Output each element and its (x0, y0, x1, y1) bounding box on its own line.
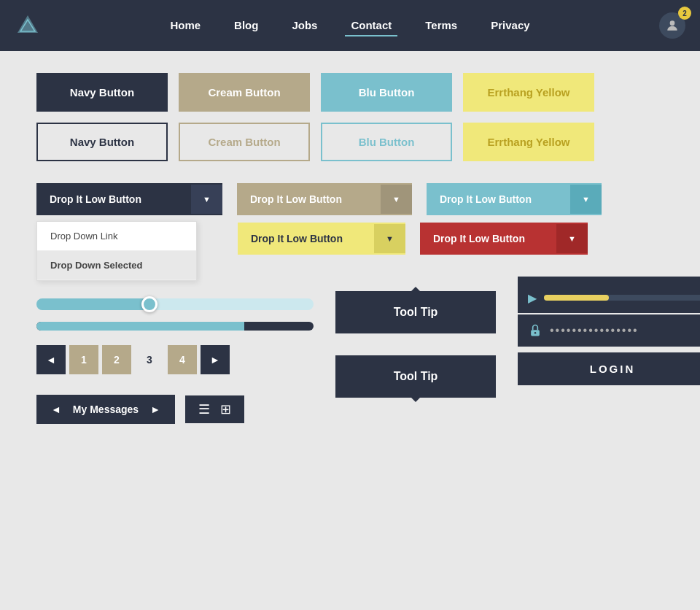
message-bar: ◄ My Messages ► (36, 395, 175, 424)
tooltip-bottom: Tool Tip (335, 355, 496, 398)
dropdown-navy-wrap: Drop It Low Button Drop Down Link Drop D… (36, 183, 222, 215)
page-prev[interactable]: ◄ (36, 345, 66, 374)
lock-icon (528, 323, 542, 338)
dropdown-red-label: Drop It Low Button (420, 223, 556, 255)
password-input[interactable] (550, 324, 697, 337)
dropdown-blue-label: Drop It Low Button (427, 183, 570, 215)
dropdown-red-arrow[interactable] (556, 224, 588, 253)
msg-next[interactable]: ► (146, 402, 165, 417)
dropdown-yellow-label: Drop It Low Button (238, 223, 374, 255)
nav-privacy[interactable]: Privacy (485, 15, 535, 36)
svg-point-5 (534, 332, 537, 334)
dropdown-navy-menu: Drop Down Link Drop Down Selected (36, 221, 197, 281)
play-button[interactable]: ▶ (528, 291, 537, 305)
dropdown-row2: Drop It Low Button Drop It Low Button (238, 223, 664, 255)
page-2[interactable]: 2 (102, 345, 131, 374)
msg-label: My Messages (73, 404, 139, 415)
tooltip-top: Tool Tip (335, 291, 496, 333)
button-row-filled: Navy Button Cream Button Blu Button Errt… (36, 73, 664, 112)
nav-blog[interactable]: Blog (228, 15, 264, 36)
button-row-outline: Navy Button Cream Button Blu Button Errt… (36, 123, 664, 161)
dropdown-cream-label: Drop It Low Button (237, 183, 381, 215)
navy-button-outline[interactable]: Navy Button (36, 123, 168, 161)
page-next[interactable]: ► (201, 345, 230, 374)
dropdown-item-link[interactable]: Drop Down Link (37, 222, 196, 251)
slider-2[interactable] (36, 322, 314, 331)
slider-thumb-1[interactable] (141, 296, 158, 312)
notification-badge: 2 (678, 7, 691, 20)
nav-logo (15, 12, 41, 39)
password-input-wrap (518, 314, 700, 347)
page-4[interactable]: 4 (168, 345, 197, 374)
media-player: ▶ 🔊 ⤢ (518, 282, 700, 313)
nav-contact[interactable]: Contact (345, 15, 397, 36)
navbar: Home Blog Jobs Contact Terms Privacy 2 (0, 0, 700, 51)
dropdown-yellow-arrow[interactable] (374, 224, 405, 253)
yellow-button-filled[interactable]: Errthang Yellow (463, 73, 594, 112)
list-view-icon[interactable]: ☰ (198, 401, 210, 417)
media-progress-fill (544, 295, 609, 301)
dropdown-blue[interactable]: Drop It Low Button (427, 183, 602, 215)
view-toggle: ☰ ⊞ (185, 395, 244, 423)
navy-button-filled[interactable]: Navy Button (36, 73, 168, 112)
right-panel: LOGIN ▶ 🔊 ⤢ (518, 277, 700, 385)
login-button[interactable]: LOGIN (518, 352, 700, 385)
left-panel: ◄ 1 2 3 4 ► ◄ My Messages ► ☰ ⊞ (36, 277, 314, 424)
blue-button-outline[interactable]: Blu Button (321, 123, 452, 161)
slider-fill-2 (36, 322, 244, 331)
pagination: ◄ 1 2 3 4 ► (36, 345, 314, 374)
dropdown-blue-arrow[interactable] (570, 185, 602, 214)
msg-prev[interactable]: ◄ (47, 402, 66, 417)
cream-button-outline[interactable]: Cream Button (179, 123, 310, 161)
media-progress[interactable] (544, 295, 700, 301)
nav-home[interactable]: Home (164, 15, 206, 36)
nav-terms[interactable]: Terms (419, 15, 463, 36)
nav-jobs[interactable]: Jobs (286, 15, 323, 36)
nav-links: Home Blog Jobs Contact Terms Privacy (41, 15, 659, 36)
tooltip-section: Tool Tip Tool Tip (335, 277, 496, 398)
dropdown-cream[interactable]: Drop It Low Button (237, 183, 412, 215)
dropdown-navy-arrow[interactable] (191, 185, 222, 214)
page-3-active: 3 (135, 345, 164, 374)
nav-right: 2 (659, 12, 685, 39)
bottom-bar: ◄ My Messages ► ☰ ⊞ (36, 383, 314, 424)
dropdown-item-selected[interactable]: Drop Down Selected (37, 251, 196, 280)
dropdown-yellow[interactable]: Drop It Low Button (238, 223, 405, 255)
dropdown-red[interactable]: Drop It Low Button (420, 223, 588, 255)
slider-section (36, 298, 314, 331)
dropdown-navy[interactable]: Drop It Low Button (36, 183, 222, 215)
svg-point-2 (670, 20, 675, 26)
dropdown-cream-arrow[interactable] (381, 185, 412, 214)
slider-1[interactable] (36, 298, 314, 310)
cream-button-filled[interactable]: Cream Button (179, 73, 310, 112)
slider-fill-1 (36, 298, 147, 310)
page-1[interactable]: 1 (69, 345, 98, 374)
grid-view-icon[interactable]: ⊞ (220, 401, 231, 417)
yellow-button-outline[interactable]: Errthang Yellow (463, 123, 594, 161)
dropdown-navy-label: Drop It Low Button (36, 183, 191, 215)
blue-button-filled[interactable]: Blu Button (321, 73, 452, 112)
